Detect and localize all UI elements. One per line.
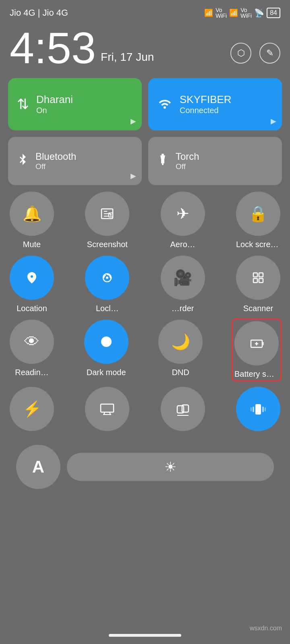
svg-rect-2 — [162, 163, 164, 165]
clock-area: 4:53 Fri, 17 Jun ⬡ ✎ — [0, 22, 290, 78]
svg-rect-16 — [259, 279, 263, 283]
dnd-label: DND — [172, 368, 189, 377]
location-label: Location — [17, 304, 47, 313]
settings-icon[interactable]: ⬡ — [230, 43, 251, 64]
mobile-data-tile[interactable]: ⇅ Dharani On ▶ — [8, 78, 142, 130]
mobile-data-status: On — [36, 106, 73, 115]
battery-saver-tile[interactable]: Battery sa… — [233, 320, 280, 380]
torch-status: Off — [176, 162, 199, 171]
torch-tile[interactable]: Torch Off — [148, 137, 282, 185]
status-icons: 📶 VoWiFi 📶 VoWiFi 📡 84 — [204, 7, 280, 19]
wifi-tile[interactable]: SKYFIBER Connected ▶ — [148, 78, 282, 130]
mute-tile[interactable]: 🔔 Mute — [10, 192, 54, 249]
desktop-tile[interactable] — [85, 387, 129, 435]
battery-saver-label: Battery sa… — [234, 369, 279, 379]
battery-indicator: 84 — [267, 8, 280, 18]
svg-point-12 — [106, 277, 108, 279]
brightness-icon: ☀ — [164, 459, 176, 475]
expand-arrow: ▶ — [130, 171, 136, 180]
mobile-data-name: Dharani — [36, 93, 73, 106]
recorder-label: …rder — [172, 304, 194, 313]
reading-icon: 👁 — [10, 320, 54, 364]
svg-rect-33 — [251, 407, 252, 411]
bluetooth-tile[interactable]: Bluetooth Off ▶ — [8, 137, 142, 185]
status-bar: Jio 4G | Jio 4G 📶 VoWiFi 📶 VoWiFi 📡 84 — [0, 0, 290, 22]
wifi-icon — [157, 95, 172, 114]
wifi-status: Connected — [180, 106, 232, 115]
recorder-tile[interactable]: 🎥 …rder — [161, 256, 205, 313]
bottom-row: A ☀ — [8, 445, 282, 489]
brightness-slider[interactable]: ☀ — [67, 453, 274, 481]
svg-rect-30 — [255, 404, 261, 415]
svg-rect-0 — [161, 159, 164, 163]
reading-tile[interactable]: 👁 Readin… — [10, 320, 54, 380]
link-icon — [161, 387, 205, 431]
mute-label: Mute — [23, 240, 41, 249]
torch-name: Torch — [176, 151, 199, 162]
location-tile[interactable]: Location — [10, 256, 54, 313]
edit-icon[interactable]: ✎ — [259, 43, 280, 64]
signal-icon-2: 📶 — [229, 8, 238, 17]
svg-rect-14 — [259, 273, 263, 277]
medium-tiles-row: Bluetooth Off ▶ Torch Off — [8, 137, 282, 185]
screenshot-tile[interactable]: Screenshot — [85, 192, 129, 249]
clock-action-icons: ⬡ ✎ — [230, 43, 280, 64]
battery-saver-icon — [234, 321, 279, 365]
circle-row-4: ⚡ — [8, 387, 282, 435]
svg-rect-32 — [262, 407, 264, 412]
carrier-text: Jio 4G | Jio 4G — [10, 8, 68, 18]
torch-icon — [156, 153, 169, 169]
rotation-lock-label: Locl… — [96, 304, 119, 313]
circle-row-3: 👁 Readin… Dark mode 🌙 DND — [8, 320, 282, 380]
svg-rect-34 — [265, 407, 266, 411]
aeroplane-icon: ✈ — [161, 192, 205, 236]
darkmode-tile[interactable]: Dark mode — [84, 320, 128, 380]
expand-arrow: ▶ — [271, 117, 276, 126]
rotation-lock-tile[interactable]: Locl… — [85, 256, 129, 313]
dnd-icon: 🌙 — [158, 320, 203, 364]
rotation-lock-icon — [85, 256, 129, 300]
screenshot-icon — [85, 192, 129, 236]
font-size-button[interactable]: A — [16, 445, 60, 489]
lockscreen-tile[interactable]: 🔒 Lock scree… — [236, 192, 280, 249]
expand-arrow: ▶ — [130, 117, 136, 126]
svg-rect-31 — [253, 407, 254, 412]
circle-row-1: 🔔 Mute Screenshot ✈ Aero… 🔒 — [8, 192, 282, 249]
scanner-label: Scanner — [243, 304, 273, 313]
bluetooth-name: Bluetooth — [35, 151, 76, 162]
vo-wifi-2: VoWiFi — [240, 7, 252, 19]
home-indicator — [109, 634, 181, 637]
large-tiles-row: ⇅ Dharani On ▶ SKYFIBER Connected ▶ — [8, 78, 282, 130]
clock-time: 4:53 — [10, 26, 96, 70]
circle-row-2: Location Locl… 🎥 …rder — [8, 256, 282, 313]
recorder-icon: 🎥 — [161, 256, 205, 300]
mute-icon: 🔔 — [10, 192, 54, 236]
dnd-tile[interactable]: 🌙 DND — [158, 320, 203, 380]
wifi-icon: 📡 — [254, 8, 264, 18]
lockscreen-label: Lock scree… — [236, 240, 280, 249]
vibrate-icon — [236, 387, 280, 431]
bluetooth-status: Off — [35, 162, 76, 171]
screenshot-label: Screenshot — [87, 240, 128, 249]
darkmode-icon — [84, 320, 128, 364]
svg-rect-20 — [262, 342, 264, 345]
scanner-tile[interactable]: Scanner — [236, 256, 280, 313]
svg-rect-15 — [253, 279, 257, 283]
signal-icon-1: 📶 — [204, 8, 213, 17]
scanner-icon — [236, 256, 280, 300]
svg-rect-1 — [162, 154, 164, 155]
aeroplane-tile[interactable]: ✈ Aero… — [161, 192, 205, 249]
bluetooth-icon — [16, 153, 29, 169]
quick-settings: ⇅ Dharani On ▶ SKYFIBER Connected ▶ — [0, 78, 290, 489]
reading-label: Readin… — [15, 368, 48, 377]
powersave-tile[interactable]: ⚡ — [10, 387, 54, 435]
watermark: wsxdn.com — [250, 625, 282, 632]
svg-rect-13 — [253, 273, 257, 277]
desktop-icon — [85, 387, 129, 431]
vibrate-tile[interactable] — [236, 387, 280, 435]
location-icon — [10, 256, 54, 300]
mobile-data-icon: ⇅ — [17, 96, 29, 113]
link-tile[interactable] — [161, 387, 205, 435]
wifi-name: SKYFIBER — [180, 93, 232, 106]
clock-date: Fri, 17 Jun — [101, 51, 154, 64]
